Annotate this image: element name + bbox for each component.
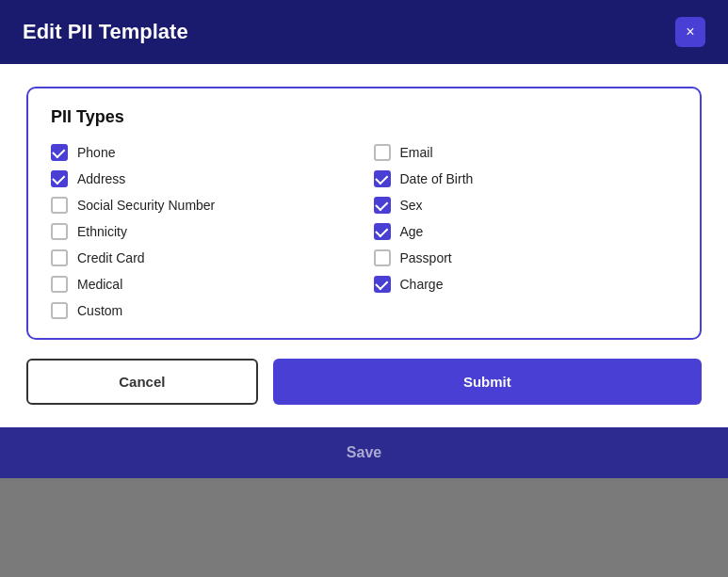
checkbox-custom[interactable]: [51, 302, 68, 319]
dialog-title: Edit PII Template: [23, 20, 188, 44]
checkbox-credit-card[interactable]: [51, 249, 68, 266]
pii-item-age: Age: [374, 223, 678, 240]
checkbox-age[interactable]: [374, 223, 391, 240]
label-ssn: Social Security Number: [77, 198, 215, 213]
pii-item-medical: Medical: [51, 276, 355, 293]
label-custom: Custom: [77, 303, 122, 318]
cancel-button[interactable]: Cancel: [26, 359, 258, 405]
label-sex: Sex: [400, 198, 423, 213]
pii-grid: PhoneAddressSocial Security NumberEthnic…: [51, 144, 677, 319]
pii-item-passport: Passport: [374, 249, 678, 266]
pii-item-charge: Charge: [374, 276, 678, 293]
label-ethnicity: Ethnicity: [77, 224, 127, 239]
pii-item-custom: Custom: [51, 302, 355, 319]
label-age: Age: [400, 224, 424, 239]
label-email: Email: [400, 145, 433, 160]
dialog-overlay: Edit PII Template × PII Types PhoneAddre…: [0, 0, 728, 577]
submit-button[interactable]: Submit: [273, 359, 702, 405]
pii-item-address: Address: [51, 170, 355, 187]
checkbox-passport[interactable]: [374, 249, 391, 266]
pii-item-phone: Phone: [51, 144, 355, 161]
checkbox-ssn[interactable]: [51, 197, 68, 214]
checkbox-address[interactable]: [51, 170, 68, 187]
pii-item-email: Email: [374, 144, 678, 161]
pii-types-title: PII Types: [51, 107, 677, 127]
checkbox-email[interactable]: [374, 144, 391, 161]
checkbox-sex[interactable]: [374, 197, 391, 214]
label-charge: Charge: [400, 277, 444, 292]
pii-item-dob: Date of Birth: [374, 170, 678, 187]
pii-item-sex: Sex: [374, 197, 678, 214]
pii-left-column: PhoneAddressSocial Security NumberEthnic…: [51, 144, 355, 319]
button-row: Cancel Submit: [26, 359, 702, 405]
pii-right-column: EmailDate of BirthSexAgePassportCharge: [374, 144, 678, 319]
checkbox-medical[interactable]: [51, 276, 68, 293]
checkbox-charge[interactable]: [374, 276, 391, 293]
pii-item-ssn: Social Security Number: [51, 197, 355, 214]
label-credit-card: Credit Card: [77, 250, 145, 265]
pii-item-ethnicity: Ethnicity: [51, 223, 355, 240]
pii-item-credit-card: Credit Card: [51, 249, 355, 266]
close-button[interactable]: ×: [675, 17, 705, 47]
pii-types-box: PII Types PhoneAddressSocial Security Nu…: [26, 87, 702, 340]
label-address: Address: [77, 171, 125, 186]
label-passport: Passport: [400, 250, 452, 265]
label-medical: Medical: [77, 277, 122, 292]
checkbox-ethnicity[interactable]: [51, 223, 68, 240]
save-bar: Save: [0, 427, 728, 478]
checkbox-phone[interactable]: [51, 144, 68, 161]
dialog-header: Edit PII Template ×: [0, 0, 728, 64]
dialog-body: PII Types PhoneAddressSocial Security Nu…: [0, 64, 728, 427]
label-phone: Phone: [77, 145, 115, 160]
save-button[interactable]: Save: [347, 444, 381, 461]
checkbox-dob[interactable]: [374, 170, 391, 187]
label-dob: Date of Birth: [400, 171, 474, 186]
